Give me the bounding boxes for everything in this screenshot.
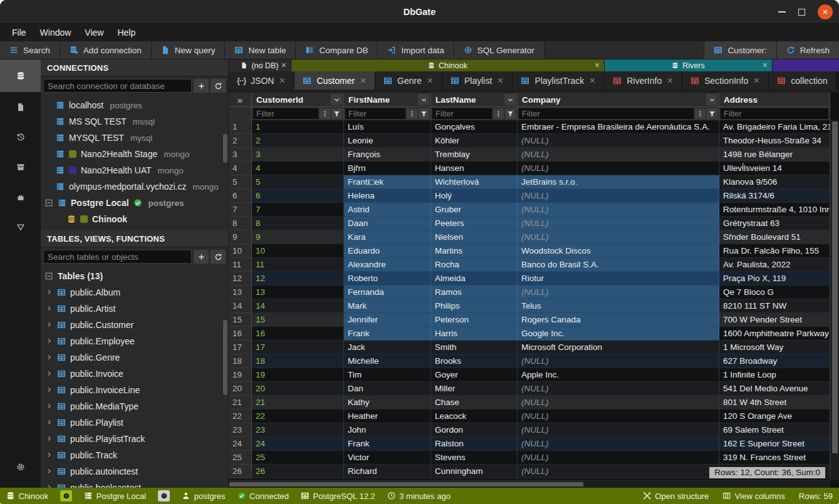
close-icon[interactable] [667, 76, 674, 86]
grid-cell[interactable]: Av. Paulista, 2022 [719, 258, 830, 272]
refresh-tables-button[interactable] [211, 250, 226, 264]
row-number[interactable]: 21 [229, 396, 252, 409]
grid-cell[interactable]: 1600 Amphitheatre Parkway [719, 327, 830, 341]
connection-item[interactable]: MS SQL TESTmssql [41, 113, 228, 130]
grid-cell[interactable]: (NULL) [518, 162, 719, 175]
row-number[interactable]: 17 [229, 341, 252, 354]
grid-cell[interactable]: Ramos [431, 285, 518, 299]
table-item[interactable]: public.Genre [41, 349, 228, 366]
grid-cell[interactable]: Daan [344, 217, 431, 230]
grid-cell[interactable]: Kathy [344, 396, 431, 409]
grid-cell[interactable]: Dan [344, 382, 431, 396]
grid-cell[interactable]: 19 [252, 368, 344, 382]
grid-cell[interactable]: Tim [344, 368, 431, 382]
grid-cell[interactable]: 120 S Orange Ave [719, 409, 830, 423]
grid-cell[interactable]: Embraer - Empresa Brasileira de Aeronáut… [518, 120, 719, 134]
grid-cell[interactable]: 8 [252, 217, 344, 230]
chevron-right-icon[interactable] [46, 483, 53, 488]
filter-input-address[interactable] [721, 108, 828, 119]
funnel-icon[interactable] [505, 108, 516, 119]
grid-cell[interactable]: Woodstock Discos [518, 244, 719, 258]
grid-cell[interactable]: Chase [431, 396, 518, 409]
grid-cell[interactable]: (NULL) [518, 134, 719, 148]
row-number[interactable]: 24 [229, 437, 252, 451]
row-number[interactable]: 23 [229, 423, 252, 437]
grid-cell[interactable]: 8210 111 ST NW [719, 299, 830, 313]
grid-cell[interactable]: 14 [252, 299, 344, 313]
grid-cell[interactable]: Rilská 3174/6 [719, 189, 830, 203]
database-color-chip[interactable] [158, 490, 170, 501]
close-icon[interactable] [762, 61, 768, 70]
grid-cell[interactable]: 69 Salem Street [719, 423, 830, 437]
add-connection-mini-button[interactable] [194, 79, 209, 93]
grid-cell[interactable]: (NULL) [518, 285, 719, 299]
connection-item[interactable]: Chinook [41, 211, 228, 227]
grid-cell[interactable]: 26 [252, 465, 344, 478]
toolbar-customer--button[interactable]: Customer: [704, 41, 776, 59]
db-group--no-db-[interactable]: (no DB) [229, 59, 291, 71]
connection-item[interactable]: olympus-medportal.vychozi.czmongo [41, 178, 228, 195]
grid-cell[interactable]: 17 [252, 341, 344, 354]
row-number[interactable]: 6 [229, 189, 252, 203]
refresh-connections-button[interactable] [211, 79, 226, 93]
grid-cell[interactable]: Rua Dr. Falcão Filho, 155 [719, 244, 830, 258]
grid-cell[interactable]: Leonie [344, 134, 431, 148]
tab-playlisttrack[interactable]: PlaylistTrack [513, 71, 605, 90]
db-group-test1[interactable]: test1 [773, 59, 839, 71]
grid-cell[interactable]: Almeida [431, 272, 518, 285]
close-icon[interactable] [497, 76, 504, 86]
table-item[interactable]: public.booleantest [41, 480, 228, 488]
chevron-right-icon[interactable] [46, 385, 53, 395]
grid-cell[interactable]: 10 [252, 244, 344, 258]
grid-cell[interactable]: Smith [431, 341, 518, 354]
filter-input-company[interactable] [519, 108, 694, 119]
row-number[interactable]: 25 [229, 451, 252, 465]
grid-cell[interactable]: Holý [431, 189, 518, 203]
chevron-right-icon[interactable] [46, 320, 53, 330]
grid-cell[interactable]: Miller [431, 382, 518, 396]
grid-cell[interactable]: Stevens [431, 451, 518, 465]
close-icon[interactable] [360, 76, 367, 86]
chevron-right-icon[interactable] [46, 434, 53, 444]
toolbar-new-query-button[interactable]: New query [152, 41, 226, 59]
vertical-scrollbar[interactable] [830, 120, 839, 480]
grid-cell[interactable]: 1 Microsoft Way [719, 341, 830, 354]
tab-customer[interactable]: Customer [294, 71, 375, 90]
grid-cell[interactable]: (NULL) [518, 203, 719, 217]
grid-cell[interactable]: Jack [344, 341, 431, 354]
grid-cell[interactable]: 11 [252, 258, 344, 272]
grid-cell[interactable]: 1 [252, 120, 344, 134]
toolbar-new-table-button[interactable]: New table [225, 41, 296, 59]
grid-cell[interactable]: Brooks [431, 354, 518, 368]
grid-cell[interactable]: Richard [344, 465, 431, 478]
activity-settings[interactable] [0, 463, 41, 471]
dots-vertical-icon[interactable] [320, 108, 330, 119]
grid-cell[interactable]: Leacock [431, 409, 518, 423]
grid-cell[interactable]: Luís [344, 120, 431, 134]
grid-cell[interactable]: (NULL) [518, 230, 719, 244]
db-group-rivers[interactable]: Rivers [605, 59, 773, 71]
grid-cell[interactable]: 4 [252, 162, 344, 175]
dots-vertical-icon[interactable] [493, 108, 504, 119]
connection-item[interactable]: Nano2Health UATmongo [41, 162, 228, 178]
column-header-customerid[interactable]: CustomerId [252, 93, 344, 107]
grid-cell[interactable]: Victor [344, 451, 431, 465]
menu-file[interactable]: File [5, 24, 33, 41]
row-number[interactable]: 14 [229, 299, 252, 313]
grid-cell[interactable]: 24 [252, 437, 344, 451]
filter-input-firstname[interactable] [345, 108, 405, 119]
grid-cell[interactable]: François [344, 148, 431, 162]
table-item[interactable]: public.Album [41, 284, 228, 301]
grid-cell[interactable]: 7 [252, 203, 344, 217]
connection-item[interactable]: localhostpostgres [41, 97, 228, 113]
grid-cell[interactable]: 22 [252, 409, 344, 423]
grid-cell[interactable]: Klanova 9/506 [719, 175, 830, 189]
grid-cell[interactable]: 1498 rue Bélanger [719, 148, 830, 162]
grid-cell[interactable]: 5 [252, 175, 344, 189]
grid-cell[interactable]: Grétrystraat 63 [719, 217, 830, 230]
grid-cell[interactable]: Alexandre [344, 258, 431, 272]
grid-cell[interactable]: Helena [344, 189, 431, 203]
grid-cell[interactable]: Fernanda [344, 285, 431, 299]
grid-cell[interactable]: Banco do Brasil S.A. [518, 258, 719, 272]
grid-cell[interactable]: Cunningham [431, 465, 518, 478]
